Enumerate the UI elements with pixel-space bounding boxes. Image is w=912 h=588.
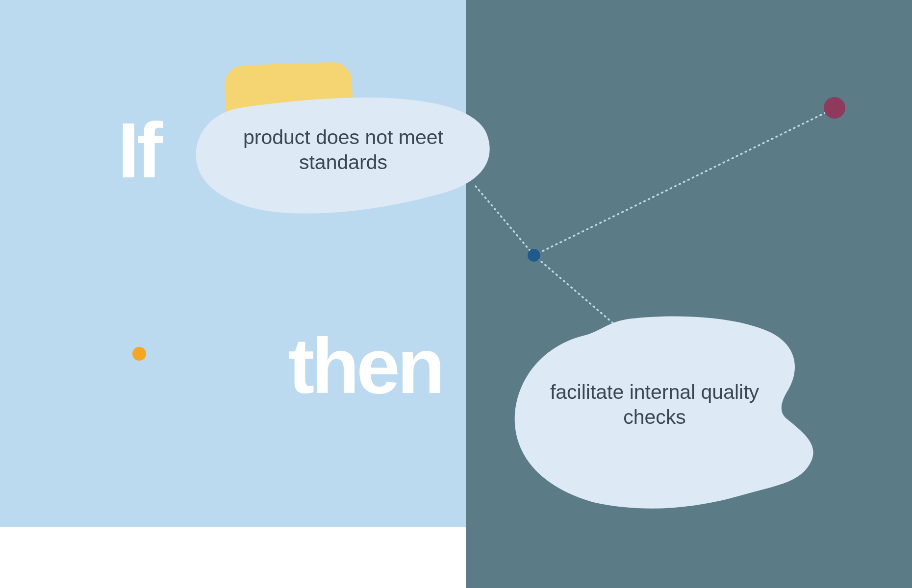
then-action-text: facilitate internal quality checks — [547, 380, 762, 430]
if-keyword-label: If — [118, 105, 160, 196]
svg-line-1 — [534, 109, 834, 255]
blue-dot-icon — [528, 249, 540, 262]
maroon-dot-icon — [824, 97, 845, 119]
diagram-canvas: If product does not meet standards then … — [0, 0, 912, 588]
if-condition-text: product does not meet standards — [233, 125, 454, 175]
then-keyword-label: then — [288, 321, 442, 411]
orange-dot-icon — [132, 347, 146, 361]
